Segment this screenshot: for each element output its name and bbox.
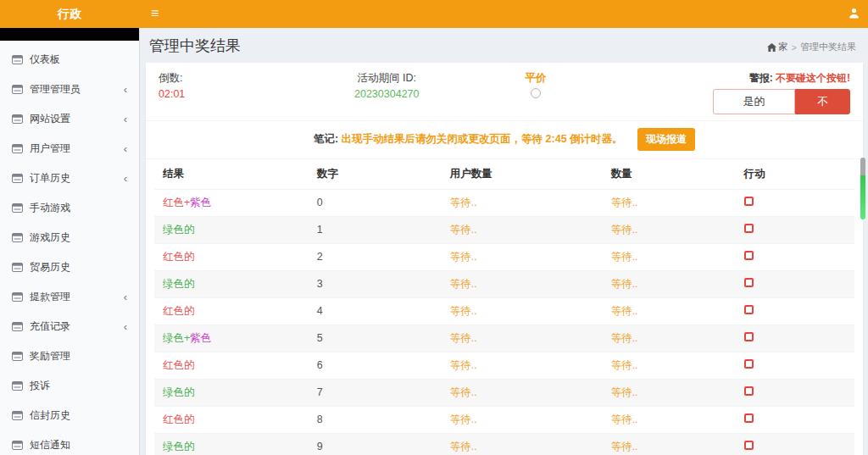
no-button[interactable]: 不 xyxy=(795,89,850,114)
table-row: 红色+紫色0等待..等待.. xyxy=(154,189,854,216)
note-label: 笔记: xyxy=(314,133,338,145)
number-cell: 9 xyxy=(309,433,442,455)
user-icon[interactable] xyxy=(849,7,860,22)
sidebar-item-10[interactable]: 奖励管理 xyxy=(0,341,139,371)
menu-item-icon xyxy=(12,381,23,391)
sidebar-item-2[interactable]: 网站设置‹ xyxy=(0,104,139,134)
action-cell xyxy=(736,433,854,455)
breadcrumb-current: 管理中奖结果 xyxy=(800,41,856,53)
result-cell: 红色的 xyxy=(154,406,309,433)
sidebar-item-label: 管理管理员 xyxy=(30,82,81,97)
result-cell: 绿色的 xyxy=(154,216,309,243)
number-cell: 3 xyxy=(309,270,442,297)
page-title: 管理中奖结果 xyxy=(149,36,858,56)
sidebar-item-6[interactable]: 游戏历史 xyxy=(0,223,139,252)
amount-cell: 等待.. xyxy=(603,379,736,406)
number-cell: 6 xyxy=(309,352,442,379)
yes-button[interactable]: 是的 xyxy=(713,89,795,114)
breadcrumb-home-link[interactable]: 家 xyxy=(767,41,788,53)
period-block: 活动期间 ID: 20230304270 xyxy=(297,70,476,103)
number-cell: 2 xyxy=(309,243,442,270)
menu-item-icon xyxy=(12,203,23,213)
table-row: 红色的4等待..等待.. xyxy=(154,297,854,325)
sidebar-item-11[interactable]: 投诉 xyxy=(0,371,139,401)
user-count-cell: 等待.. xyxy=(442,406,603,433)
countdown-value: 02:01 xyxy=(159,86,297,103)
parity-label: 平价 xyxy=(476,70,594,86)
action-checkbox[interactable] xyxy=(744,224,754,233)
action-checkbox[interactable] xyxy=(744,305,754,314)
menu-item-icon xyxy=(12,85,23,94)
chevron-left-icon: ‹ xyxy=(124,115,127,124)
action-checkbox[interactable] xyxy=(744,197,754,206)
user-count-cell: 等待.. xyxy=(442,270,603,297)
home-icon xyxy=(767,43,776,52)
period-label: 活动期间 ID: xyxy=(297,70,476,86)
chevron-left-icon: ‹ xyxy=(124,323,127,331)
user-count-cell: 等待.. xyxy=(442,379,603,406)
action-checkbox[interactable] xyxy=(744,386,754,396)
header-amount: 数量 xyxy=(603,159,736,190)
sidebar: 仪表板管理管理员‹网站设置‹用户管理‹订单历史‹手动游戏游戏历史贸易历史提款管理… xyxy=(0,28,140,455)
action-checkbox[interactable] xyxy=(744,332,754,341)
action-cell xyxy=(736,270,854,297)
table-header-row: 结果 数字 用户数量 数量 行动 xyxy=(154,159,854,190)
sidebar-item-label: 投诉 xyxy=(30,379,50,393)
sidebar-item-label: 提款管理 xyxy=(30,290,70,304)
live-report-button[interactable]: 现场报道 xyxy=(637,128,695,151)
table-row: 红色的2等待..等待.. xyxy=(154,243,854,270)
amount-cell: 等待.. xyxy=(603,433,736,455)
menu-item-icon xyxy=(12,144,23,153)
table-row: 绿色的3等待..等待.. xyxy=(154,270,854,297)
scrollbar-thumb-green[interactable] xyxy=(860,175,865,219)
action-cell xyxy=(736,352,854,379)
user-count-cell: 等待.. xyxy=(442,325,603,352)
sidebar-item-1[interactable]: 管理管理员‹ xyxy=(0,75,139,104)
scrollbar-thumb-gray[interactable] xyxy=(860,158,865,176)
action-checkbox[interactable] xyxy=(744,441,754,450)
action-checkbox[interactable] xyxy=(744,278,754,287)
sidebar-item-7[interactable]: 贸易历史 xyxy=(0,252,139,282)
table-row: 绿色+紫色5等待..等待.. xyxy=(154,325,854,352)
table-row: 绿色的9等待..等待.. xyxy=(154,433,854,455)
menu-item-icon xyxy=(12,292,23,302)
sidebar-item-13[interactable]: 短信通知 xyxy=(0,430,139,455)
amount-cell: 等待.. xyxy=(603,406,736,433)
sidebar-item-4[interactable]: 订单历史‹ xyxy=(0,164,139,193)
chevron-left-icon: ‹ xyxy=(124,175,127,183)
table-row: 绿色的1等待..等待.. xyxy=(154,216,854,243)
menu-item-icon xyxy=(12,55,23,64)
sidebar-item-label: 用户管理 xyxy=(30,141,70,156)
breadcrumb: 家 > 管理中奖结果 xyxy=(767,41,856,53)
action-checkbox[interactable] xyxy=(744,413,754,423)
result-cell: 红色+紫色 xyxy=(154,189,309,216)
number-cell: 1 xyxy=(309,216,442,243)
action-checkbox[interactable] xyxy=(744,251,754,260)
menu-item-icon xyxy=(12,441,23,450)
sidebar-item-8[interactable]: 提款管理‹ xyxy=(0,282,139,312)
countdown-label: 倒数: xyxy=(159,70,297,86)
sidebar-item-12[interactable]: 信封历史 xyxy=(0,401,139,430)
alert-text: 不要碰这个按钮! xyxy=(776,72,850,84)
brand-logo[interactable]: 行政 xyxy=(0,0,140,28)
result-cell: 红色的 xyxy=(154,352,309,379)
sidebar-item-3[interactable]: 用户管理‹ xyxy=(0,134,139,164)
result-cell: 绿色的 xyxy=(154,433,309,455)
amount-cell: 等待.. xyxy=(603,325,736,352)
hamburger-menu-icon[interactable]: ≡ xyxy=(140,0,170,28)
sidebar-item-9[interactable]: 充值记录‹ xyxy=(0,312,139,341)
action-checkbox[interactable] xyxy=(744,359,754,369)
parity-radio[interactable] xyxy=(531,88,541,98)
sidebar-item-label: 网站设置 xyxy=(30,112,70,126)
header-user-count: 用户数量 xyxy=(442,159,603,190)
user-count-cell: 等待.. xyxy=(442,243,603,270)
info-row: 倒数: 02:01 活动期间 ID: 20230304270 平价 警报: 不要… xyxy=(146,63,863,121)
action-cell xyxy=(736,216,854,243)
user-count-cell: 等待.. xyxy=(442,352,603,379)
menu-item-icon xyxy=(12,322,23,331)
user-count-cell: 等待.. xyxy=(442,216,603,243)
sidebar-menu: 仪表板管理管理员‹网站设置‹用户管理‹订单历史‹手动游戏游戏历史贸易历史提款管理… xyxy=(0,45,139,455)
sidebar-item-5[interactable]: 手动游戏 xyxy=(0,193,139,223)
user-count-cell: 等待.. xyxy=(442,297,603,325)
sidebar-item-0[interactable]: 仪表板 xyxy=(0,45,139,75)
